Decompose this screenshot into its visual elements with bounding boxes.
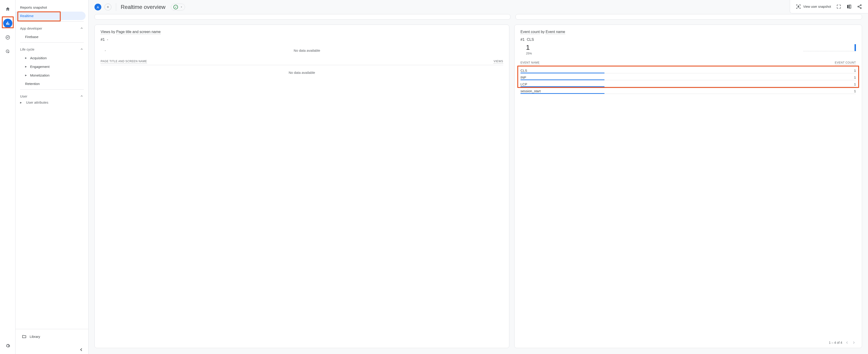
pager-prev[interactable] xyxy=(845,341,849,345)
col-page-title: PAGE TITLE AND SCREEN NAME xyxy=(101,60,147,64)
event-name: INP xyxy=(521,75,526,79)
event-row[interactable]: CLS1 xyxy=(521,67,856,73)
svg-point-2 xyxy=(7,51,8,52)
nav-item-label: Monetization xyxy=(30,73,50,77)
chevron-up-icon xyxy=(80,47,84,51)
gear-icon xyxy=(5,343,10,348)
card-stub xyxy=(516,14,862,20)
card-title[interactable]: Views by Page title and screen name xyxy=(101,30,503,34)
svg-point-3 xyxy=(798,6,799,7)
section-label: User xyxy=(20,94,27,98)
nav-realtime[interactable]: Realtime xyxy=(16,12,86,20)
nav-rail xyxy=(0,0,16,354)
sparkline-bar xyxy=(855,44,856,51)
section-user[interactable]: User xyxy=(16,91,88,101)
metric-name: Event count xyxy=(521,30,540,34)
folder-icon xyxy=(22,334,27,339)
event-row[interactable]: LCP1 xyxy=(521,80,856,87)
bar-chart-icon xyxy=(5,21,10,26)
nav-retention[interactable]: Retention xyxy=(16,79,86,88)
event-count: 1 xyxy=(854,75,856,79)
no-data-message: - No data available xyxy=(101,43,503,58)
pager-next[interactable] xyxy=(852,341,856,345)
library-label: Library xyxy=(30,334,40,339)
caret-right-icon: ▸ xyxy=(25,65,30,69)
rank-row: #1 - xyxy=(101,38,503,42)
nav-item-label: User attributes xyxy=(26,101,49,104)
by-text: by xyxy=(110,30,116,34)
chevron-up-icon xyxy=(80,26,84,30)
caret-down-icon xyxy=(180,6,183,8)
nav-user-attributes-truncated[interactable]: ▸ User attributes xyxy=(16,101,88,106)
chevron-right-icon xyxy=(852,341,856,345)
view-user-snapshot-button[interactable]: View user snapshot xyxy=(796,4,831,9)
divider xyxy=(20,42,84,43)
event-count: 1 xyxy=(854,89,856,93)
card-title[interactable]: Event count by Event name xyxy=(521,30,856,34)
table-pager: 1 – 4 of 4 xyxy=(521,337,856,345)
event-row[interactable]: INP1 xyxy=(521,73,856,80)
dimension-name: Event name xyxy=(546,30,565,34)
fullscreen-button[interactable] xyxy=(837,4,841,9)
section-label: App developer xyxy=(20,27,42,30)
by-text: by xyxy=(540,30,546,34)
nav-monetization[interactable]: ▸ Monetization xyxy=(16,71,86,79)
segment-avatar[interactable]: A xyxy=(94,4,101,10)
event-count: 1 xyxy=(854,82,856,86)
share-icon xyxy=(857,4,862,9)
divider xyxy=(20,89,84,90)
page-title: Realtime overview xyxy=(121,4,165,10)
user-scan-icon xyxy=(796,4,801,9)
rail-home[interactable] xyxy=(3,5,12,14)
rank-number: #1 xyxy=(101,38,105,42)
share-button[interactable] xyxy=(857,4,862,9)
trend-icon xyxy=(5,35,10,40)
section-life-cycle[interactable]: Life cycle xyxy=(16,44,88,54)
divider xyxy=(116,3,116,11)
event-name: LCP xyxy=(521,82,527,86)
previous-cards-row xyxy=(89,14,868,20)
rail-settings[interactable] xyxy=(3,341,12,350)
event-row[interactable]: session_start1 xyxy=(521,87,856,94)
add-segment-button[interactable]: + xyxy=(104,4,111,10)
home-icon xyxy=(5,7,10,12)
sidebar-footer: Library xyxy=(16,329,88,354)
topbar-actions: View user snapshot xyxy=(790,0,868,13)
compare-button[interactable] xyxy=(846,4,851,9)
rail-advertising[interactable] xyxy=(3,47,12,56)
table-header: EVENT NAME EVENT COUNT xyxy=(521,59,856,67)
caret-right-icon: ▸ xyxy=(20,101,25,105)
chevron-left-icon xyxy=(845,341,849,345)
nav-reports-snapshot[interactable]: Reports snapshot xyxy=(16,3,86,12)
table-no-data: No data available xyxy=(101,65,503,80)
event-name: session_start xyxy=(521,89,540,93)
check-circle-icon xyxy=(174,5,178,9)
svg-rect-4 xyxy=(847,5,848,8)
table-header: PAGE TITLE AND SCREEN NAME VIEWS xyxy=(101,58,503,65)
nav-library[interactable]: Library xyxy=(17,332,87,341)
target-click-icon xyxy=(5,49,10,54)
caret-right-icon: ▸ xyxy=(25,56,30,60)
nav-item-label: Engagement xyxy=(30,65,50,69)
metric-name: Views xyxy=(101,30,110,34)
rail-explore[interactable] xyxy=(3,33,12,42)
col-event-name: EVENT NAME xyxy=(521,61,540,65)
nav-engagement[interactable]: ▸ Engagement xyxy=(16,62,86,71)
event-count: 1 xyxy=(854,69,856,72)
main: A + Realtime overview View user snapshot xyxy=(89,0,868,354)
rank-row: #1 CLS xyxy=(521,38,856,42)
compare-icon xyxy=(846,4,851,9)
status-chip[interactable] xyxy=(171,4,185,10)
summary-percent: 25% xyxy=(526,52,856,55)
rail-reports[interactable] xyxy=(3,19,12,28)
section-label: Life cycle xyxy=(20,47,34,51)
svg-rect-5 xyxy=(850,5,851,8)
pager-text: 1 – 4 of 4 xyxy=(829,341,842,345)
section-app-developer[interactable]: App developer xyxy=(16,23,88,33)
card-stub xyxy=(94,14,510,20)
sidebar: Reports snapshot Realtime App developer … xyxy=(16,0,89,354)
sidebar-collapse[interactable] xyxy=(79,347,84,352)
nav-acquisition[interactable]: ▸ Acquisition xyxy=(16,54,86,62)
nav-firebase[interactable]: Firebase xyxy=(16,33,86,41)
nav-item-label: Acquisition xyxy=(30,56,47,60)
